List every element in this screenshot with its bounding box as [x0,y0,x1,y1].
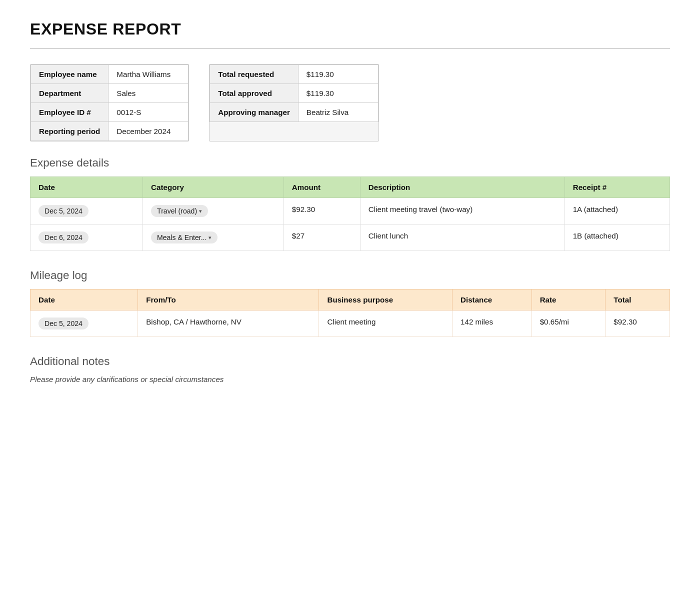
info-row: Total requested$119.30 [210,65,378,84]
info-row: Employee nameMartha Williams [31,65,188,84]
info-grid: Employee nameMartha WilliamsDepartmentSa… [30,64,670,142]
info-label: Employee name [31,65,108,84]
mileage-total: $92.30 [606,310,670,337]
info-label: Reporting period [31,122,108,141]
employee-info-right: Total requested$119.30Total approved$119… [209,64,378,142]
expense-receipt: 1B (attached) [564,224,670,251]
mileage-col-header: Distance [452,290,532,310]
mileage-col-header: Date [30,290,138,310]
info-value: December 2024 [108,122,188,141]
mileage-col-header: Total [606,290,670,310]
mileage-col-header: Business purpose [319,290,452,310]
expense-col-header: Amount [284,177,360,198]
expense-amount: $92.30 [284,198,360,224]
chevron-down-icon: ▾ [208,234,212,241]
info-value: $119.30 [298,65,378,84]
mileage-from-to: Bishop, CA / Hawthorne, NV [138,310,319,337]
employee-info-left: Employee nameMartha WilliamsDepartmentSa… [30,64,189,142]
category-badge[interactable]: Travel (road) ▾ [151,205,208,217]
mileage-row: Dec 5, 2024Bishop, CA / Hawthorne, NVCli… [30,310,670,337]
info-value: Martha Williams [108,65,188,84]
expense-date: Dec 6, 2024 [30,224,143,251]
additional-notes-text: Please provide any clarifications or spe… [30,375,670,384]
expense-col-header: Receipt # [564,177,670,198]
additional-notes-heading: Additional notes [30,355,670,368]
mileage-log-table: DateFrom/ToBusiness purposeDistanceRateT… [30,289,670,337]
info-row: Approving managerBeatriz Silva [210,103,378,122]
mileage-col-header: From/To [138,290,319,310]
date-badge: Dec 5, 2024 [38,205,88,217]
expense-receipt: 1A (attached) [564,198,670,224]
expense-amount: $27 [284,224,360,251]
date-badge: Dec 6, 2024 [38,232,88,244]
expense-details-heading: Expense details [30,156,670,170]
mileage-log-heading: Mileage log [30,269,670,282]
date-badge: Dec 5, 2024 [38,318,88,330]
info-label: Total requested [210,65,298,84]
expense-col-header: Category [143,177,284,198]
info-label: Department [31,84,108,103]
info-label: Employee ID # [31,103,108,122]
divider [30,48,670,49]
info-label: Total approved [210,84,298,103]
mileage-date: Dec 5, 2024 [30,310,138,337]
info-row: Total approved$119.30 [210,84,378,103]
info-row: Employee ID #0012-S [31,103,188,122]
mileage-business-purpose: Client meeting [319,310,452,337]
expense-date: Dec 5, 2024 [30,198,143,224]
expense-col-header: Date [30,177,143,198]
info-value: Sales [108,84,188,103]
info-label: Approving manager [210,103,298,122]
expense-category[interactable]: Meals & Enter... ▾ [143,224,284,251]
expense-col-header: Description [360,177,564,198]
expense-description: Client meeting travel (two-way) [360,198,564,224]
mileage-col-header: Rate [532,290,606,310]
info-value: Beatriz Silva [298,103,378,122]
expense-row: Dec 6, 2024Meals & Enter... ▾$27Client l… [30,224,670,251]
expense-details-table: DateCategoryAmountDescriptionReceipt # D… [30,176,670,251]
info-row: DepartmentSales [31,84,188,103]
info-row: Reporting periodDecember 2024 [31,122,188,141]
mileage-rate: $0.65/mi [532,310,606,337]
expense-description: Client lunch [360,224,564,251]
category-badge[interactable]: Meals & Enter... ▾ [151,232,218,244]
expense-row: Dec 5, 2024Travel (road) ▾$92.30Client m… [30,198,670,224]
mileage-distance: 142 miles [452,310,532,337]
expense-category[interactable]: Travel (road) ▾ [143,198,284,224]
info-value: 0012-S [108,103,188,122]
page-title: EXPENSE REPORT [30,20,670,38]
chevron-down-icon: ▾ [199,208,202,214]
info-value: $119.30 [298,84,378,103]
